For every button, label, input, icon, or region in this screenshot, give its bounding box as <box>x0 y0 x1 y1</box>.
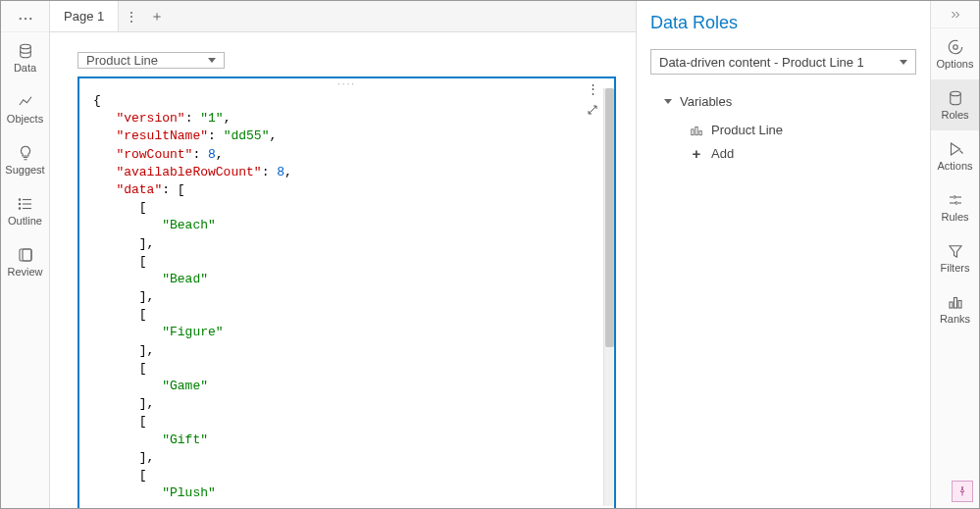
left-sidebar-more-icon[interactable] <box>1 5 49 32</box>
product-line-select[interactable]: Product Line <box>77 52 225 69</box>
rightbar-label: Actions <box>937 160 972 172</box>
tab-label: Page 1 <box>64 9 104 24</box>
select-value: Product Line <box>86 53 158 68</box>
svg-rect-25 <box>958 301 961 309</box>
add-variable-button[interactable]: + Add <box>650 141 916 166</box>
tab-add-button[interactable]: ＋ <box>144 1 170 31</box>
svg-point-7 <box>19 199 21 201</box>
rightbar-label: Roles <box>941 109 968 121</box>
variables-section-header[interactable]: Variables <box>650 94 916 109</box>
svg-rect-10 <box>20 249 31 261</box>
scrollbar-thumb[interactable] <box>605 88 614 347</box>
svg-point-0 <box>19 17 21 19</box>
chevron-down-icon <box>664 99 672 104</box>
rightbar-label: Rules <box>941 211 968 223</box>
svg-point-16 <box>950 91 960 96</box>
rightbar-label: Filters <box>941 262 970 274</box>
svg-rect-14 <box>699 130 701 134</box>
rightbar-item-options[interactable]: Options <box>931 28 979 79</box>
rightbar-item-roles[interactable]: Roles <box>931 79 979 130</box>
sidebar-item-outline[interactable]: Outline <box>1 195 49 227</box>
svg-rect-11 <box>23 249 31 261</box>
object-selector[interactable]: Data-driven content - Product Line 1 <box>650 49 916 75</box>
sidebar-item-label: Outline <box>8 215 42 227</box>
main-column: Page 1 ⋮ ＋ Product Line ⋮ ···· { "versio… <box>50 1 636 508</box>
sidebar-item-suggest[interactable]: Suggest <box>1 144 49 176</box>
tab-page-1[interactable]: Page 1 <box>50 1 119 31</box>
right-sidebar: Options Roles Actions Rules Filters Rank… <box>930 1 979 508</box>
rightbar-label: Ranks <box>940 313 970 325</box>
rightbar-label: Options <box>937 58 974 70</box>
rightbar-item-rules[interactable]: Rules <box>931 181 979 232</box>
canvas: Product Line ⋮ ···· { "version": "1", "r… <box>50 32 636 508</box>
rightbar-item-actions[interactable]: Actions <box>931 130 979 181</box>
panel-title: Data Roles <box>650 13 916 33</box>
plus-icon: + <box>690 145 703 162</box>
svg-point-8 <box>19 203 21 205</box>
sidebar-item-objects[interactable]: Objects <box>1 93 49 125</box>
svg-rect-13 <box>696 127 697 134</box>
tab-menu-icon[interactable]: ⋮ <box>119 1 144 31</box>
left-sidebar: Data Objects Suggest Outline Review <box>1 1 50 508</box>
chevron-down-icon <box>208 58 216 63</box>
content-frame[interactable]: ⋮ ···· { "version": "1", "resultName": "… <box>77 76 616 508</box>
svg-point-3 <box>20 44 30 49</box>
add-label: Add <box>711 146 734 161</box>
variable-item-product-line[interactable]: Product Line <box>650 119 916 141</box>
svg-marker-22 <box>950 246 961 257</box>
svg-rect-12 <box>692 128 694 134</box>
right-panel: Data Roles Data-driven content - Product… <box>636 1 930 508</box>
sidebar-item-label: Objects <box>7 113 43 125</box>
object-selector-value: Data-driven content - Product Line 1 <box>659 55 864 70</box>
sidebar-item-label: Review <box>7 266 42 278</box>
svg-line-17 <box>959 151 962 154</box>
sidebar-item-label: Suggest <box>5 164 44 176</box>
pin-button[interactable] <box>952 481 973 502</box>
variable-label: Product Line <box>711 123 783 137</box>
chevron-down-icon <box>900 60 907 65</box>
svg-rect-23 <box>950 302 953 308</box>
svg-point-1 <box>24 17 26 19</box>
sidebar-item-data[interactable]: Data <box>1 42 49 74</box>
sidebar-item-review[interactable]: Review <box>1 246 49 278</box>
grip-bottom-icon <box>79 506 614 508</box>
svg-point-9 <box>19 208 21 210</box>
rightbar-item-ranks[interactable]: Ranks <box>931 283 979 334</box>
grip-top-icon: ···· <box>79 78 614 88</box>
svg-rect-24 <box>954 298 956 309</box>
tab-bar: Page 1 ⋮ ＋ <box>50 1 636 32</box>
section-label: Variables <box>680 94 732 109</box>
sidebar-item-label: Data <box>14 62 36 74</box>
collapse-panel-icon[interactable] <box>931 1 979 28</box>
rightbar-item-filters[interactable]: Filters <box>931 232 979 283</box>
svg-point-2 <box>29 17 31 19</box>
scrollbar[interactable] <box>603 88 614 506</box>
svg-point-15 <box>953 45 957 50</box>
frame-menu-icon[interactable]: ⋮ <box>585 80 600 96</box>
json-content: { "version": "1", "resultName": "dd55", … <box>79 88 603 506</box>
frame-expand-icon[interactable] <box>585 102 600 118</box>
